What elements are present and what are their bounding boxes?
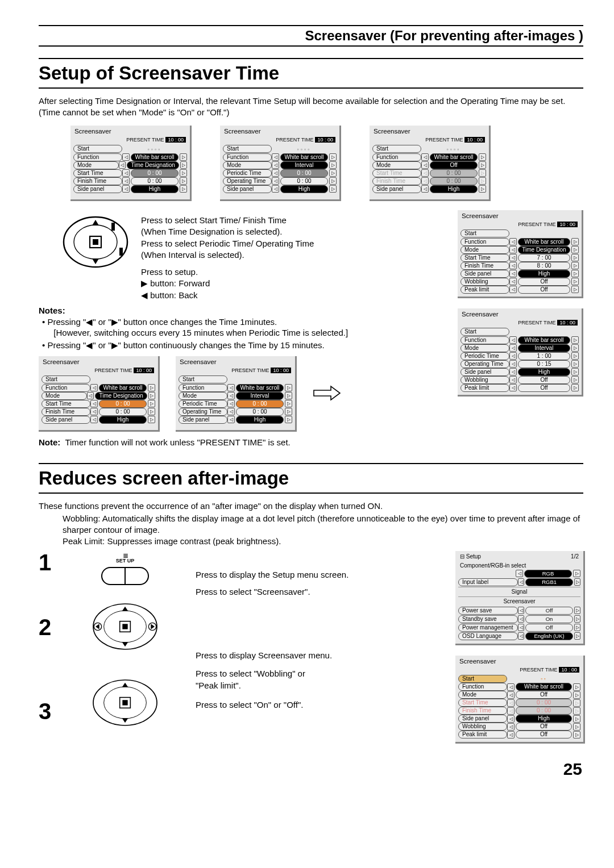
flow-arrow-icon xyxy=(313,385,341,403)
menu-d-tall: Screensaver PRESENT TIME10 : 00 Start Fu… xyxy=(458,210,583,298)
dpad-instructions-row: Press to select Start Time/ Finish Time(… xyxy=(39,210,583,453)
dpad-icon-2 xyxy=(74,590,176,663)
menu-h: Screensaver PRESENT TIME10 : 00 Start▫▫ … xyxy=(455,656,585,744)
menu-e-tall: Screensaver PRESENT TIME10 : 00 Start Fu… xyxy=(458,308,583,397)
wobbling-label: Wobbling: xyxy=(63,514,100,523)
right-col-bottom: ⊟ Setup1/2 Component/RGB-in select ◁RGB▷… xyxy=(455,551,583,754)
menu-row-top: Screensaver PRESENT TIME10 : 00 Start▫▫▫… xyxy=(39,126,583,201)
dpad-icon xyxy=(61,215,130,269)
svg-rect-11 xyxy=(122,624,127,629)
bottom-note: Note: Timer function will not work unles… xyxy=(39,437,450,447)
dpad-instructions: Press to select Start Time/ Finish Time(… xyxy=(141,215,314,301)
screensaver-menu-off: Screensaver PRESENT TIME10 : 00 Start▫▫▫… xyxy=(370,126,491,201)
instruction-column: Press to display the Setup menu screen. … xyxy=(196,551,447,720)
controls-column: ≣ SET UP xyxy=(63,551,188,740)
page-number: 25 xyxy=(39,760,583,779)
menu-f: Screensaver PRESENT TIME10 : 00 Start Fu… xyxy=(39,356,160,432)
notes-heading: Notes: xyxy=(39,306,450,315)
menu-g: Screensaver PRESENT TIME10 : 00 Start Fu… xyxy=(176,356,297,432)
section2-heading: Reduces screen after-image xyxy=(39,468,583,489)
peak-label: Peak Limit: xyxy=(63,536,105,546)
screensaver-menu-time-designation: Screensaver PRESENT TIME10 : 00 Start▫▫▫… xyxy=(70,126,192,201)
setup-menu: ⊟ Setup1/2 Component/RGB-in select ◁RGB▷… xyxy=(455,551,585,645)
dpad-icon-3 xyxy=(74,666,176,740)
oval-button-icon[interactable] xyxy=(101,567,149,585)
notes-list: Pressing "◀" or "▶" button once changes … xyxy=(39,316,450,351)
step-numbers: 1 2 3 xyxy=(39,551,55,723)
svg-rect-3 xyxy=(93,239,98,245)
header-title: Screensaver (For preventing after-images… xyxy=(39,28,583,44)
svg-rect-6 xyxy=(111,223,115,231)
screensaver-menu-interval: Screensaver PRESENT TIME10 : 00 Start▫▫▫… xyxy=(220,126,341,201)
section-1-title: Setup of Screensaver Time xyxy=(39,58,583,89)
svg-rect-7 xyxy=(119,248,123,256)
setup-button-icon: ≣ SET UP xyxy=(63,553,188,564)
right-menu-stack: Screensaver PRESENT TIME10 : 00 Start Fu… xyxy=(458,210,583,407)
section-2-title: Reduces screen after-image xyxy=(39,463,583,494)
page-header: Screensaver (For preventing after-images… xyxy=(39,25,583,47)
section2-intro: These functions prevent the occurrence o… xyxy=(39,500,583,512)
section1-intro: After selecting Time Designation or Inte… xyxy=(39,95,583,118)
svg-rect-21 xyxy=(122,700,127,705)
section1-heading: Setup of Screensaver Time xyxy=(39,62,583,84)
